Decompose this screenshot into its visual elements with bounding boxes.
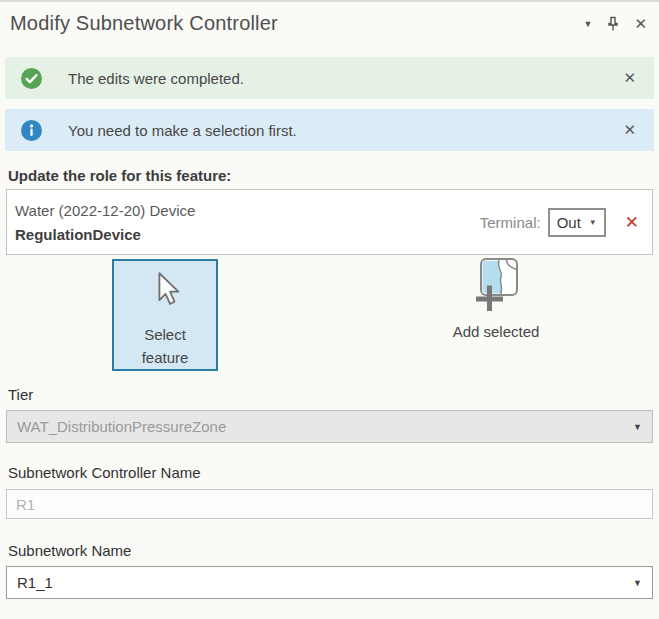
select-feature-label: Select feature (134, 323, 196, 370)
terminal-dropdown[interactable]: Out ▼ (548, 208, 606, 237)
select-feature-button[interactable]: Select feature (112, 259, 218, 371)
subnetwork-name-value: R1_1 (17, 574, 53, 591)
controller-name-input (6, 489, 653, 519)
info-icon (21, 120, 42, 141)
terminal-value: Out (557, 214, 581, 231)
remove-feature-icon[interactable]: ✕ (622, 210, 642, 235)
dismiss-info-icon[interactable]: ✕ (619, 119, 640, 141)
subnetwork-name-label: Subnetwork Name (6, 542, 653, 559)
tier-caret-icon: ▼ (633, 422, 642, 432)
success-banner: The edits were completed. ✕ (5, 57, 654, 99)
tier-value: WAT_DistributionPressureZone (17, 418, 226, 435)
info-banner: You need to make a selection first. ✕ (5, 109, 654, 151)
feature-layer-name: Water (2022-12-20) Device (15, 202, 480, 219)
terminal-label: Terminal: (480, 214, 541, 231)
add-selected-button[interactable]: Add selected (438, 257, 554, 340)
success-message: The edits were completed. (68, 70, 619, 87)
pane-menu-caret-icon[interactable]: ▼ (584, 19, 593, 29)
pane-titlebar: Modify Subnetwork Controller ▼ ✕ (0, 2, 659, 45)
pin-icon[interactable] (606, 16, 620, 32)
controller-name-label: Subnetwork Controller Name (6, 464, 653, 481)
add-selected-map-plus-icon (473, 257, 519, 315)
feature-asset-name: RegulationDevice (15, 226, 480, 243)
tools-row: Select feature Add selected (0, 257, 659, 375)
subnetwork-name-caret-icon: ▼ (633, 578, 642, 588)
cursor-arrow-icon (147, 271, 183, 313)
close-pane-icon[interactable]: ✕ (634, 16, 647, 31)
success-check-icon (21, 68, 42, 89)
selected-feature-row: Water (2022-12-20) Device RegulationDevi… (6, 189, 653, 255)
tier-label: Tier (6, 386, 653, 403)
terminal-caret-icon: ▼ (589, 218, 597, 227)
update-role-heading: Update the role for this feature: (8, 167, 653, 184)
add-selected-label: Add selected (453, 323, 540, 340)
dismiss-success-icon[interactable]: ✕ (619, 67, 640, 89)
tier-dropdown: WAT_DistributionPressureZone ▼ (6, 410, 653, 443)
pane-title: Modify Subnetwork Controller (10, 12, 584, 35)
info-message: You need to make a selection first. (68, 122, 619, 139)
subnetwork-name-dropdown[interactable]: R1_1 ▼ (6, 566, 653, 599)
